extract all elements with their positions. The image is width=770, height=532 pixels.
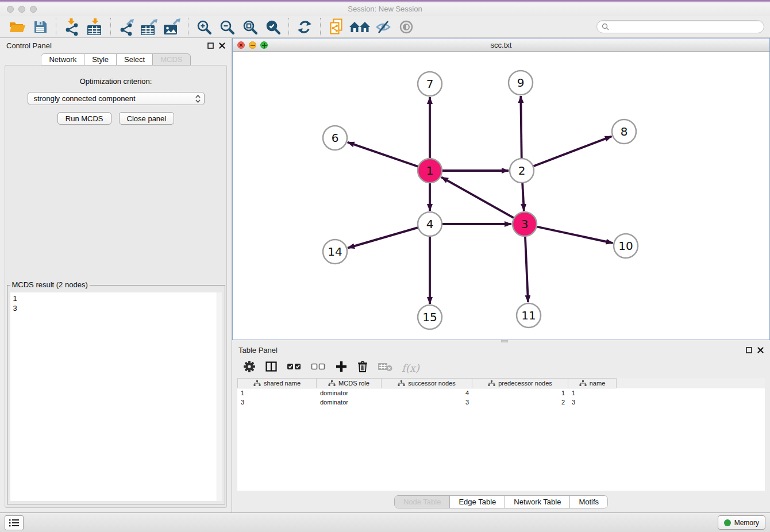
optimization-criterion-label: Optimization criterion: xyxy=(80,77,152,86)
table-cell[interactable]: 1 xyxy=(568,390,617,396)
frame-maximize-button[interactable] xyxy=(260,41,268,49)
tab-node-table[interactable]: Node Table xyxy=(395,496,450,508)
column-header-MCDS-role[interactable]: MCDS role xyxy=(317,378,382,388)
tab-motifs[interactable]: Motifs xyxy=(569,496,607,508)
mcds-result-line: 1 xyxy=(13,294,219,303)
result-scrollbar[interactable] xyxy=(217,292,222,501)
edge-2-3[interactable] xyxy=(522,182,524,211)
column-header-predecessor-nodes[interactable]: predecessor nodes xyxy=(472,378,568,388)
frame-minimize-button[interactable] xyxy=(249,41,256,49)
splitter-grip[interactable] xyxy=(501,340,508,342)
zoom-fit-button[interactable] xyxy=(240,17,260,37)
first-neighbors-houses-icon xyxy=(349,20,370,34)
table-cell[interactable]: 3 xyxy=(382,399,472,406)
column-header-label: shared name xyxy=(264,380,301,387)
save-session-button[interactable] xyxy=(30,17,50,37)
zoom-window-button[interactable] xyxy=(30,6,37,13)
open-session-button[interactable] xyxy=(7,17,27,37)
mcds-result-textarea[interactable]: 13 xyxy=(10,292,222,501)
tab-network-table[interactable]: Network Table xyxy=(505,496,569,508)
close-panel-button[interactable]: Close panel xyxy=(119,112,175,125)
table-cell[interactable]: 1 xyxy=(472,390,568,396)
edge-2-9[interactable] xyxy=(521,96,521,160)
tab-style[interactable]: Style xyxy=(84,53,117,65)
network-canvas[interactable]: 7968124314101511 xyxy=(233,52,769,340)
import-table-button[interactable] xyxy=(85,17,105,37)
tab-edge-table[interactable]: Edge Table xyxy=(449,496,505,508)
edge-4-14[interactable] xyxy=(348,227,419,248)
mcds-panel: Optimization criterion: strongly connect… xyxy=(5,65,227,508)
zoom-selected-button[interactable] xyxy=(263,17,283,37)
float-panel-icon[interactable] xyxy=(746,347,752,353)
export-table-button[interactable] xyxy=(140,17,159,37)
table-row[interactable]: 3dominator323 xyxy=(237,398,765,407)
column-header-successor-nodes[interactable]: successor nodes xyxy=(382,378,472,388)
first-neighbors-button[interactable] xyxy=(349,17,370,37)
tab-select[interactable]: Select xyxy=(117,53,153,65)
show-all-button[interactable] xyxy=(396,17,416,37)
delete-table-icon xyxy=(378,361,392,372)
network-graph[interactable]: 7968124314101511 xyxy=(233,52,769,340)
mcds-result-line: 3 xyxy=(13,303,219,313)
hide-selected-button[interactable] xyxy=(374,17,393,37)
tab-mcds[interactable]: MCDS xyxy=(153,53,190,65)
table-cell[interactable]: 3 xyxy=(237,399,317,406)
memory-status-icon xyxy=(724,519,731,526)
add-column-button[interactable] xyxy=(335,360,348,375)
search-input[interactable] xyxy=(613,22,759,31)
column-header-name[interactable]: name xyxy=(568,378,617,388)
import-network-icon xyxy=(63,18,80,36)
run-mcds-button[interactable]: Run MCDS xyxy=(57,112,111,125)
search-field[interactable] xyxy=(596,20,764,33)
task-history-button[interactable] xyxy=(5,515,24,530)
table-row[interactable]: 1dominator411 xyxy=(237,388,765,398)
edge-3-10[interactable] xyxy=(536,226,613,243)
select-all-columns-button[interactable] xyxy=(287,360,302,375)
column-header-label: predecessor nodes xyxy=(498,380,552,387)
export-image-button[interactable] xyxy=(163,17,182,37)
table-cell[interactable]: dominator xyxy=(317,399,382,406)
memory-button[interactable]: Memory xyxy=(718,515,765,530)
column-header-shared-name[interactable]: shared name xyxy=(237,378,317,388)
node-label-11: 11 xyxy=(521,309,536,322)
close-window-button[interactable] xyxy=(7,6,14,13)
show-column-panel-button[interactable] xyxy=(265,360,278,375)
export-network-button[interactable] xyxy=(117,17,136,37)
zoom-out-button[interactable] xyxy=(217,17,237,37)
control-panel-tabs: Network Style Select MCDS xyxy=(0,53,232,65)
zoom-in-icon xyxy=(196,19,212,35)
column-header-label: name xyxy=(590,380,606,387)
close-panel-icon[interactable] xyxy=(757,347,764,353)
table-toolbar: f(x) xyxy=(232,357,770,378)
tab-network[interactable]: Network xyxy=(41,53,84,65)
table-cell[interactable]: 4 xyxy=(382,390,472,396)
new-network-from-selection-button[interactable] xyxy=(326,17,346,37)
close-panel-icon[interactable] xyxy=(219,43,225,49)
delete-column-button[interactable] xyxy=(357,360,368,375)
frame-close-button[interactable] xyxy=(237,41,245,49)
apply-layout-button[interactable] xyxy=(295,17,314,37)
table-cell[interactable]: 1 xyxy=(237,390,317,396)
edge-3-11[interactable] xyxy=(525,235,528,302)
columns-icon xyxy=(265,360,278,373)
node-label-1: 1 xyxy=(426,164,434,178)
memory-label: Memory xyxy=(734,519,759,527)
zoom-in-button[interactable] xyxy=(194,17,214,37)
panel-splitter[interactable] xyxy=(232,340,770,342)
function-builder-button[interactable]: f(x) xyxy=(402,362,419,374)
edge-1-6[interactable] xyxy=(348,142,419,167)
delete-table-button[interactable] xyxy=(378,361,392,375)
import-network-button[interactable] xyxy=(62,17,82,37)
table-cell[interactable]: 2 xyxy=(472,399,568,406)
table-cell[interactable]: 3 xyxy=(568,399,617,406)
minimize-window-button[interactable] xyxy=(18,6,25,13)
table-settings-button[interactable] xyxy=(243,360,256,375)
deselect-all-columns-button[interactable] xyxy=(311,360,326,375)
float-panel-icon[interactable] xyxy=(207,43,214,49)
table-cell[interactable]: dominator xyxy=(317,390,382,396)
edge-2-8[interactable] xyxy=(532,136,612,167)
edge-3-1[interactable] xyxy=(441,177,515,218)
optimization-criterion-select[interactable]: strongly connected component xyxy=(28,92,205,105)
network-frame-titlebar[interactable]: scc.txt xyxy=(233,38,769,52)
column-type-icon xyxy=(579,380,587,387)
